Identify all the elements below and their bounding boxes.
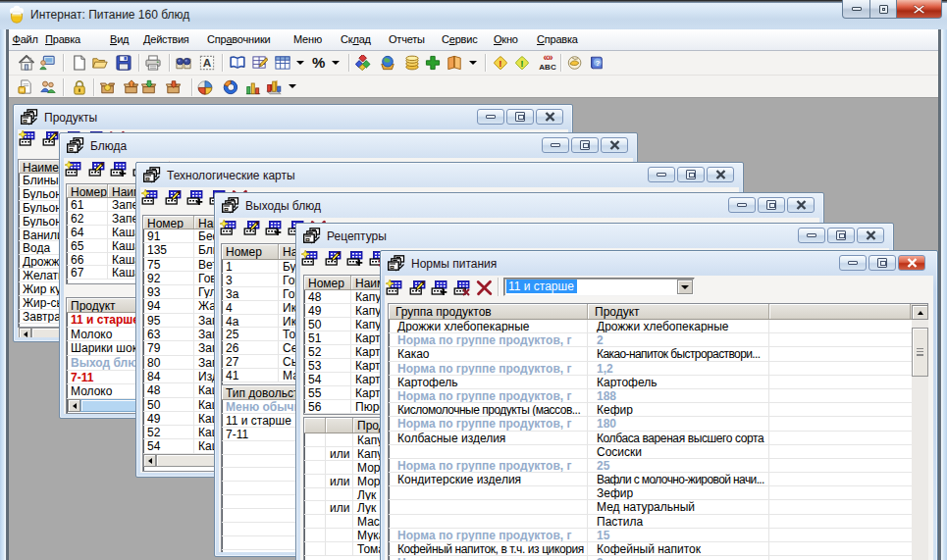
svg-text:А: А	[203, 56, 212, 69]
svg-text:!: !	[520, 58, 523, 69]
svg-text:?: ?	[595, 59, 600, 68]
svg-text:!: !	[499, 58, 501, 69]
